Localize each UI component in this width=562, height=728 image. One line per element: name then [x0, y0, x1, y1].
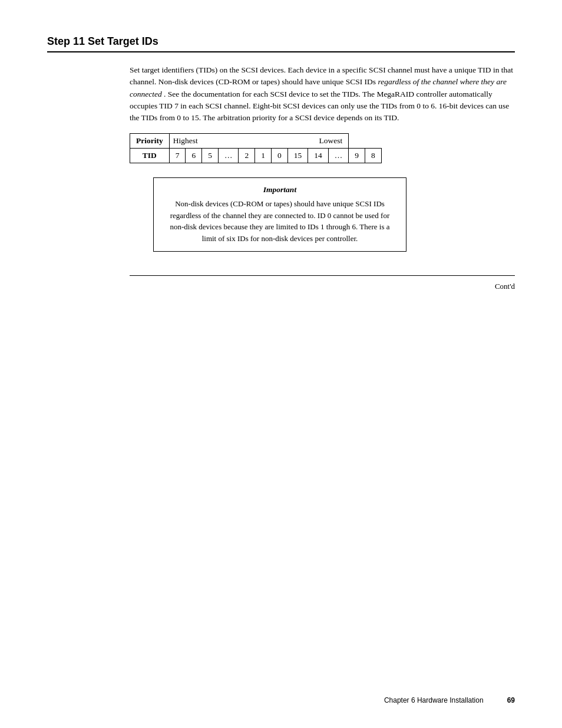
priority-label: Priority: [130, 134, 170, 149]
tid-8: 8: [365, 149, 381, 163]
tid-1: 1: [255, 149, 272, 163]
tid-0: 0: [271, 149, 287, 163]
page: Step 11 Set Target IDs Set target identi…: [0, 0, 562, 728]
tid-6: 6: [186, 149, 202, 163]
body-text: Set target identifiers (TIDs) on the SCS…: [130, 64, 515, 124]
tid-ellipsis-1: …: [218, 149, 239, 163]
page-footer: Chapter 6 Hardware Installation 69: [47, 696, 515, 704]
footer-chapter: Chapter 6 Hardware Installation: [384, 696, 484, 704]
important-title: Important: [166, 185, 394, 195]
footer-page-number: 69: [507, 696, 515, 704]
important-box: Important Non-disk devices (CD-ROM or ta…: [153, 177, 406, 252]
tid-15: 15: [287, 149, 308, 163]
priority-table: Priority Highest Lowest TID 7 6 5 … 2 1 …: [130, 133, 382, 163]
tid-5: 5: [202, 149, 219, 163]
tid-9: 9: [349, 149, 365, 163]
content-area: Set target identifiers (TIDs) on the SCS…: [47, 64, 515, 291]
lowest-text: Lowest: [319, 136, 342, 146]
table-row-tid: TID 7 6 5 … 2 1 0 15 14 … 9 8: [130, 149, 382, 163]
tid-label: TID: [130, 149, 170, 163]
contd-text: Cont'd: [130, 282, 515, 291]
highest-text: Highest: [173, 136, 198, 145]
tid-ellipsis-2: …: [328, 149, 349, 163]
table-row-priority: Priority Highest Lowest: [130, 134, 382, 149]
body-paragraph-2: . See the documentation for each SCSI de…: [130, 90, 509, 123]
section-heading: Step 11 Set Target IDs: [47, 35, 515, 52]
tid-14: 14: [308, 149, 329, 163]
tid-2: 2: [239, 149, 255, 163]
highest-cell: Highest Lowest: [169, 134, 349, 149]
important-text: Non-disk devices (CD-ROM or tapes) shoul…: [166, 198, 394, 244]
section-divider: [130, 275, 515, 276]
tid-7: 7: [169, 149, 186, 163]
